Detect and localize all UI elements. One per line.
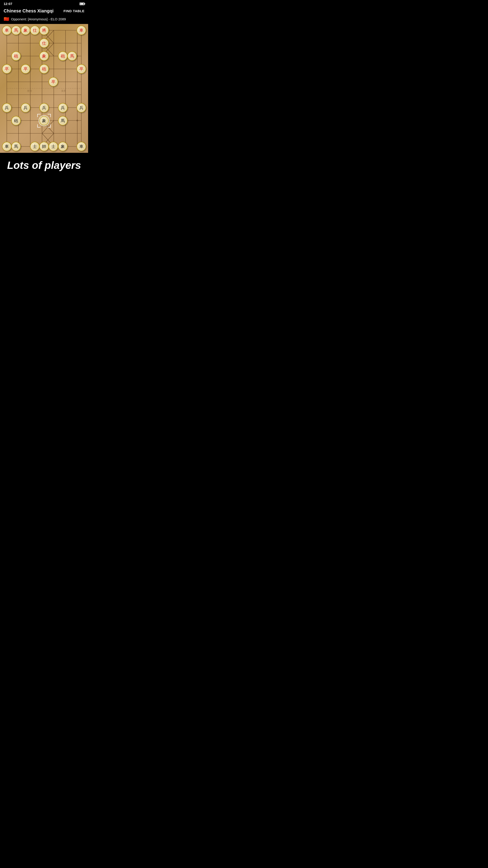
piece-symbol: 馬 [14,28,18,32]
svg-text:楚河: 楚河 [27,90,32,92]
piece-black-king-27[interactable]: 帥 [39,142,49,151]
piece-symbol: 將 [42,28,46,32]
piece-red-elephant-2[interactable]: 象 [21,26,30,35]
piece-symbol: 士 [33,145,37,149]
opponent-flag: 🇨🇳 [4,16,9,22]
piece-red-cannon-13[interactable]: 砲 [39,64,49,74]
piece-symbol: 兵 [42,106,46,110]
piece-symbol: 象 [42,119,46,123]
opponent-info: Opponent: [Anonymous] - ELO 2089 [11,17,66,21]
piece-red-pawn-15[interactable]: 卒 [48,77,58,87]
piece-red-horse-10[interactable]: 馬 [67,51,77,61]
piece-red-cannon-7[interactable]: 砲 [11,51,21,61]
piece-symbol: 卒 [79,67,84,71]
svg-text:漢界: 漢界 [61,90,66,92]
piece-black-pawn-19[interactable]: 兵 [58,103,68,113]
piece-red-king-4[interactable]: 將 [39,26,49,35]
piece-red-pawn-14[interactable]: 卒 [76,64,86,74]
piece-red-horse-1[interactable]: 馬 [11,26,21,35]
piece-black-pawn-18[interactable]: 兵 [39,103,49,113]
piece-black-rook-30[interactable]: 車 [76,142,86,151]
piece-symbol: 砲 [61,54,65,58]
piece-red-elephant-8[interactable]: 象 [39,51,49,61]
piece-symbol: 車 [79,28,84,32]
piece-black-advisor-26[interactable]: 士 [30,142,39,151]
piece-symbol: 象 [42,54,46,58]
piece-black-pawn-16[interactable]: 兵 [2,103,11,113]
piece-red-advisor-3[interactable]: 仕 [30,26,39,35]
piece-symbol: 兵 [61,106,65,110]
piece-black-pawn-20[interactable]: 兵 [76,103,86,113]
piece-symbol: 象 [24,28,28,32]
piece-symbol: 砲 [14,119,18,123]
chess-board[interactable]: 楚河 漢界 車馬象仕將車仕砲象砲馬卒卒砲卒卒兵兵兵兵兵砲象馬車馬士帥士象車 [0,24,88,153]
piece-symbol: 仕 [33,28,37,32]
piece-symbol: 兵 [5,106,9,110]
piece-symbol: 象 [61,145,65,149]
piece-symbol: 砲 [14,54,18,58]
piece-symbol: 帥 [42,145,46,149]
piece-red-pawn-12[interactable]: 卒 [21,64,30,74]
promo-bar: Lots of players [0,153,88,176]
piece-symbol: 仕 [42,41,46,45]
piece-symbol: 卒 [24,67,28,71]
piece-symbol: 車 [5,145,9,149]
find-table-button[interactable]: FIND TABLE [64,9,85,13]
piece-black-cannon-21[interactable]: 砲 [11,116,21,125]
piece-black-horse-23[interactable]: 馬 [58,116,68,125]
piece-symbol: 車 [5,28,9,32]
app-header: Chinese Chess Xiangqi FIND TABLE [0,6,88,15]
piece-symbol: 士 [51,145,55,149]
piece-symbol: 卒 [5,67,9,71]
battery-icon [79,2,85,5]
time-display: 12:07 [4,2,12,6]
promo-text: Lots of players [4,160,84,171]
piece-black-pawn-17[interactable]: 兵 [21,103,30,113]
piece-symbol: 卒 [51,80,55,84]
opponent-bar: 🇨🇳 Opponent: [Anonymous] - ELO 2089 [0,15,88,24]
app-title: Chinese Chess Xiangqi [4,8,54,13]
piece-symbol: 車 [79,145,84,149]
piece-red-cannon-9[interactable]: 砲 [58,51,68,61]
piece-red-rook-5[interactable]: 車 [76,26,86,35]
piece-symbol: 馬 [70,54,74,58]
piece-symbol: 兵 [79,106,84,110]
piece-black-advisor-28[interactable]: 士 [48,142,58,151]
piece-red-advisor-6[interactable]: 仕 [39,38,49,48]
piece-black-horse-25[interactable]: 馬 [11,142,21,151]
piece-black-rook-24[interactable]: 車 [2,142,11,151]
piece-red-rook-0[interactable]: 車 [2,26,11,35]
piece-symbol: 馬 [14,145,18,149]
piece-black-elephant-29[interactable]: 象 [58,142,68,151]
piece-black-elephant-22[interactable]: 象 [39,116,49,125]
status-bar: 12:07 [0,0,88,6]
piece-red-pawn-11[interactable]: 卒 [2,64,11,74]
piece-symbol: 馬 [61,119,65,123]
piece-symbol: 砲 [42,67,46,71]
piece-symbol: 兵 [24,106,28,110]
